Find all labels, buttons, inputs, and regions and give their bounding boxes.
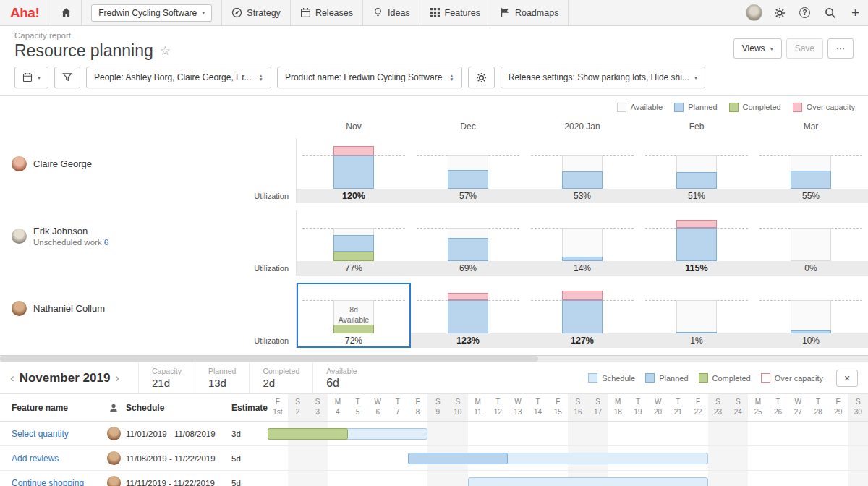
day-of-week: W bbox=[788, 398, 808, 406]
nav-item-ideas[interactable]: Ideas bbox=[362, 0, 420, 25]
owner-cell bbox=[101, 422, 126, 446]
horizontal-scrollbar[interactable] bbox=[0, 355, 868, 362]
capacity-cell[interactable] bbox=[297, 138, 411, 189]
avatar bbox=[12, 156, 27, 171]
people-filter[interactable]: People: Ashley Borg, Claire George, Er..… bbox=[86, 67, 271, 88]
stat-label: Completed bbox=[263, 367, 299, 375]
capacity-cell[interactable] bbox=[525, 283, 639, 333]
gantt-bar-planned[interactable] bbox=[408, 453, 508, 464]
cell-available-label: 8dAvailable bbox=[333, 304, 374, 325]
favorite-star-icon[interactable]: ☆ bbox=[160, 43, 171, 59]
report-settings-button[interactable] bbox=[468, 67, 495, 88]
close-panel-button[interactable]: × bbox=[836, 370, 858, 387]
day-header: F29 bbox=[828, 394, 848, 421]
unscheduled-work-count-link[interactable]: 6 bbox=[104, 238, 109, 247]
utilization-row: Utilization77%69%14%115%0% bbox=[0, 261, 868, 276]
capacity-cell[interactable] bbox=[411, 210, 525, 261]
gantt-bar-schedule[interactable] bbox=[468, 477, 708, 486]
home-icon bbox=[61, 7, 72, 18]
capacity-cell[interactable] bbox=[411, 138, 525, 189]
over-capacity-bar bbox=[333, 146, 374, 155]
weekend-stripe bbox=[448, 422, 468, 446]
capacity-cell[interactable] bbox=[754, 283, 868, 333]
completed-bar bbox=[333, 325, 374, 333]
date-range-button[interactable]: ▾ bbox=[14, 67, 48, 88]
capacity-cell[interactable] bbox=[639, 138, 754, 189]
schedule-cell: 11/08/2019 - 11/22/2019 bbox=[126, 446, 231, 470]
day-of-week: M bbox=[468, 398, 488, 406]
day-date: 8 bbox=[408, 408, 428, 416]
nav-item-label: Roadmaps bbox=[515, 8, 558, 18]
help-button[interactable]: ? bbox=[792, 0, 817, 25]
filter-button[interactable] bbox=[54, 67, 80, 88]
scrollbar-thumb[interactable] bbox=[0, 356, 538, 362]
capacity-cell[interactable] bbox=[411, 283, 525, 333]
capacity-cell[interactable] bbox=[754, 210, 868, 261]
nav-item-label: Strategy bbox=[247, 8, 281, 18]
utilization-label: Utilization bbox=[0, 189, 297, 203]
nav-item-releases[interactable]: Releases bbox=[290, 0, 362, 25]
feature-link[interactable]: Add reviews bbox=[12, 453, 59, 464]
person-info: Nathaniel Collum bbox=[0, 283, 297, 333]
nav-product-selector[interactable]: Fredwin Cycling Software ▾ bbox=[81, 0, 221, 25]
feature-link[interactable]: Select quantity bbox=[12, 429, 69, 439]
day-date: 10 bbox=[448, 408, 468, 416]
save-button[interactable]: Save bbox=[786, 38, 823, 59]
owner-avatar bbox=[107, 451, 121, 465]
product-filter-label: Product name: Fredwin Cycling Software bbox=[285, 72, 442, 82]
capacity-cell[interactable] bbox=[525, 138, 639, 189]
nav-item-roadmaps[interactable]: Roadmaps bbox=[490, 0, 569, 25]
filter-bar: ▾ People: Ashley Borg, Claire George, Er… bbox=[0, 61, 868, 96]
product-filter[interactable]: Product name: Fredwin Cycling Software ▲… bbox=[277, 67, 462, 88]
prev-month-button[interactable]: ‹ bbox=[6, 371, 19, 385]
day-of-week: S bbox=[288, 398, 308, 406]
capacity-legend: AvailablePlannedCompletedOver capacity bbox=[0, 96, 868, 118]
nav-home[interactable] bbox=[51, 0, 81, 25]
feature-row: Select quantity11/01/2019 - 11/08/20193d bbox=[0, 422, 868, 446]
utilization-value: 55% bbox=[754, 189, 868, 203]
day-of-week: T bbox=[528, 398, 548, 406]
planned-bar bbox=[448, 170, 488, 189]
capacity-cell[interactable]: 8dAvailable bbox=[297, 283, 411, 333]
person-name-wrap: Erik JohnsonUnscheduled work 6 bbox=[33, 226, 109, 247]
product-selector-button[interactable]: Fredwin Cycling Software ▾ bbox=[91, 4, 212, 22]
over-capacity-bar bbox=[676, 220, 717, 228]
weekend-stripe bbox=[427, 471, 448, 486]
capacity-cell[interactable] bbox=[754, 138, 868, 189]
capacity-cell[interactable] bbox=[297, 210, 411, 261]
next-month-button[interactable]: › bbox=[111, 371, 124, 385]
planned-bar bbox=[562, 171, 603, 189]
day-header: S30 bbox=[848, 394, 868, 421]
day-header: S24 bbox=[728, 394, 748, 421]
capacity-cell[interactable] bbox=[525, 210, 639, 261]
day-date: 6 bbox=[367, 408, 388, 416]
search-button[interactable] bbox=[817, 0, 843, 25]
settings-button[interactable] bbox=[767, 0, 792, 25]
views-button[interactable]: Views ▾ bbox=[733, 38, 782, 59]
feature-link[interactable]: Continue shopping bbox=[12, 478, 84, 486]
day-date: 30 bbox=[848, 408, 868, 416]
gantt-bar-completed[interactable] bbox=[268, 428, 348, 440]
day-of-week: T bbox=[488, 398, 508, 406]
add-button[interactable]: + bbox=[843, 0, 868, 25]
stat-available: Available6d bbox=[312, 362, 370, 393]
release-settings-filter[interactable]: Release settings: Show parking lots, Hid… bbox=[501, 67, 705, 88]
person-row: Claire George bbox=[0, 138, 868, 189]
capacity-cells bbox=[297, 210, 868, 261]
capacity-cell[interactable] bbox=[639, 283, 754, 333]
planned-bar bbox=[448, 300, 488, 333]
capacity-cell[interactable] bbox=[639, 210, 754, 261]
user-menu[interactable] bbox=[741, 0, 767, 25]
feature-name-cell: Add reviews bbox=[0, 446, 101, 470]
utilization-value: 115% bbox=[639, 261, 754, 276]
more-options-button[interactable]: ··· bbox=[827, 38, 854, 59]
day-date: 12 bbox=[488, 408, 508, 416]
column-estimate: Estimate bbox=[231, 394, 268, 421]
legend-swatch bbox=[674, 103, 684, 112]
nav-item-features[interactable]: Features bbox=[420, 0, 490, 25]
nav-item-strategy[interactable]: Strategy bbox=[221, 0, 290, 25]
month-label: 2020 Jan bbox=[525, 122, 639, 132]
calendar-icon bbox=[300, 7, 311, 18]
day-of-week: S bbox=[568, 398, 588, 406]
day-date: 13 bbox=[508, 408, 528, 416]
